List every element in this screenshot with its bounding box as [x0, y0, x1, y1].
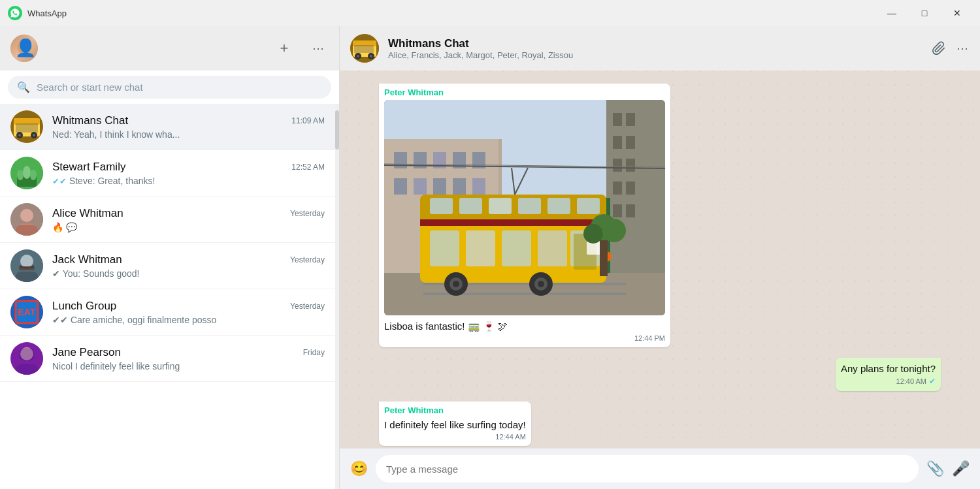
message-bubble-1: Peter Whitman: [379, 84, 941, 347]
emoji-button[interactable]: 😊: [350, 460, 368, 477]
more-options-button[interactable]: ⋯: [308, 38, 329, 59]
svg-rect-75: [502, 230, 531, 266]
chat-header-info: Whitmans Chat Alice, Francis, Jack, Marg…: [388, 37, 923, 60]
chat-item-jack[interactable]: Jack Whitman Yesterday ✔ You: Sounds goo…: [0, 243, 335, 289]
svg-rect-43: [394, 178, 407, 195]
bubble-meta-1: 12:44 PM: [384, 334, 665, 342]
svg-rect-19: [19, 266, 35, 270]
svg-point-85: [538, 281, 544, 287]
svg-rect-47: [472, 178, 485, 195]
chat-time-whitmans: 11:09 AM: [291, 116, 325, 125]
chat-name-jane: Jane Pearson: [52, 346, 121, 359]
chat-header: Whitmans Chat Alice, Francis, Jack, Marg…: [340, 26, 980, 71]
svg-rect-68: [459, 198, 482, 214]
svg-rect-15: [16, 225, 38, 236]
search-input-wrap: 🔍: [8, 76, 331, 99]
svg-rect-46: [453, 178, 466, 195]
sidebar: + ⋯ 🔍: [0, 26, 340, 489]
chat-more-button[interactable]: ⋯: [956, 41, 970, 55]
search-bar: 🔍: [0, 71, 339, 104]
bubble-sender-3: Peter Whitman: [384, 405, 526, 415]
svg-rect-67: [430, 198, 453, 214]
chat-preview-alice: 🔥 💬: [52, 222, 325, 232]
window-controls: — □ ✕: [877, 3, 972, 24]
attachment-button[interactable]: [932, 41, 946, 55]
chat-time-jack: Yesterday: [290, 255, 325, 264]
sidebar-scrollbar-thumb: [335, 110, 339, 150]
chat-time-lunch: Yesterday: [290, 302, 325, 311]
chat-info-jane: Jane Pearson Friday Nicol I definitely f…: [52, 346, 325, 371]
svg-point-82: [453, 281, 459, 287]
bubble-time-3: 12:44 AM: [495, 433, 525, 441]
chat-avatar-whitmans: [10, 110, 43, 143]
attach-file-button[interactable]: 📎: [926, 460, 944, 477]
message-input[interactable]: [376, 455, 919, 482]
message-bubble-2: Any plans for tonight? 12:40 AM ✔: [379, 358, 941, 391]
chat-header-actions: ⋯: [932, 41, 970, 55]
svg-rect-18: [16, 272, 38, 282]
chat-name-jack: Jack Whitman: [52, 253, 122, 266]
bubble-sender-1: Peter Whitman: [384, 87, 665, 97]
svg-point-11: [23, 166, 31, 179]
svg-point-93: [583, 224, 603, 244]
chat-avatar-jack: [10, 249, 43, 282]
chat-info-whitmans: Whitmans Chat 11:09 AM Ned: Yeah, I thin…: [52, 114, 325, 140]
chat-header-avatar: [350, 34, 379, 63]
microphone-button[interactable]: 🎤: [952, 460, 970, 477]
sidebar-header-icons: + ⋯: [274, 38, 329, 59]
search-input[interactable]: [37, 82, 322, 93]
minimize-button[interactable]: —: [877, 3, 907, 24]
svg-rect-66: [420, 219, 606, 226]
chat-avatar-stewart: [10, 157, 43, 189]
chat-info-alice: Alice Whitman Yesterday 🔥 💬: [52, 207, 325, 232]
bubble-image-1: [384, 100, 665, 315]
chat-input-bar: 😊 📎 🎤: [340, 449, 980, 489]
bubble-2: Any plans for tonight? 12:40 AM ✔: [836, 358, 941, 391]
chat-area: Whitmans Chat Alice, Francis, Jack, Marg…: [340, 26, 980, 489]
maximize-button[interactable]: □: [909, 3, 939, 24]
svg-point-5: [18, 134, 21, 136]
message-bubble-3: Peter Whitman I definitely feel like sur…: [379, 402, 941, 446]
app-container: + ⋯ 🔍: [0, 26, 980, 489]
chat-name-lunch: Lunch Group: [52, 300, 116, 313]
svg-point-14: [20, 209, 33, 222]
close-button[interactable]: ✕: [942, 3, 972, 24]
chat-info-lunch: Lunch Group Yesterday ✔✔ Care amiche, og…: [52, 300, 325, 325]
svg-point-17: [20, 255, 33, 268]
chat-item-jane[interactable]: Jane Pearson Friday Nicol I definitely f…: [0, 336, 335, 382]
chat-name-stewart: Stewart Family: [52, 161, 125, 174]
bubble-meta-2: 12:40 AM ✔: [841, 377, 936, 386]
chat-preview-stewart: ✔✔ Steve: Great, thanks!: [52, 176, 325, 186]
chat-item-stewart[interactable]: Stewart Family 12:52 AM ✔✔ Steve: Great,…: [0, 150, 335, 197]
chat-info-jack: Jack Whitman Yesterday ✔ You: Sounds goo…: [52, 253, 325, 279]
chat-info-stewart: Stewart Family 12:52 AM ✔✔ Steve: Great,…: [52, 161, 325, 186]
user-avatar[interactable]: [10, 35, 38, 62]
chat-preview-lunch: ✔✔ Care amiche, oggi finalmente posso: [52, 315, 325, 325]
chat-item-lunch[interactable]: EAT Lunch Group Yesterday ✔✔ Care amiche…: [0, 289, 335, 336]
new-chat-button[interactable]: +: [274, 38, 295, 59]
svg-rect-49: [613, 113, 622, 126]
chat-avatar-lunch: EAT: [10, 296, 43, 328]
svg-point-12: [30, 170, 37, 180]
svg-rect-53: [613, 159, 622, 172]
avatar-image: [10, 35, 38, 62]
chat-list: Whitmans Chat 11:09 AM Ned: Yeah, I thin…: [0, 104, 335, 489]
chat-time-stewart: 12:52 AM: [291, 163, 325, 172]
bubble-time-1: 12:44 PM: [634, 334, 665, 342]
chat-preview-jane: Nicol I definitely feel like surfing: [52, 361, 325, 371]
chat-list-container: Whitmans Chat 11:09 AM Ned: Yeah, I thin…: [0, 104, 339, 489]
chat-avatar-jane: [10, 342, 43, 375]
bubble-1: Peter Whitman: [379, 84, 670, 347]
chat-time-jane: Friday: [303, 348, 325, 357]
svg-rect-52: [626, 136, 635, 149]
svg-rect-55: [613, 181, 622, 195]
titlebar: WhatsApp — □ ✕: [0, 0, 980, 26]
chat-item-alice[interactable]: Alice Whitman Yesterday 🔥 💬: [0, 197, 335, 243]
bubble-text-1: Lisboa is fantastic! 🚃 🍷 🕊: [384, 319, 665, 333]
chat-item-whitmans[interactable]: Whitmans Chat 11:09 AM Ned: Yeah, I thin…: [0, 104, 335, 150]
chat-time-alice: Yesterday: [290, 209, 325, 218]
svg-rect-71: [547, 198, 570, 214]
messages-area[interactable]: Peter Whitman: [340, 71, 980, 449]
bubble-text-3: I definitely feel like surfing today!: [384, 418, 526, 432]
svg-rect-73: [430, 230, 459, 266]
